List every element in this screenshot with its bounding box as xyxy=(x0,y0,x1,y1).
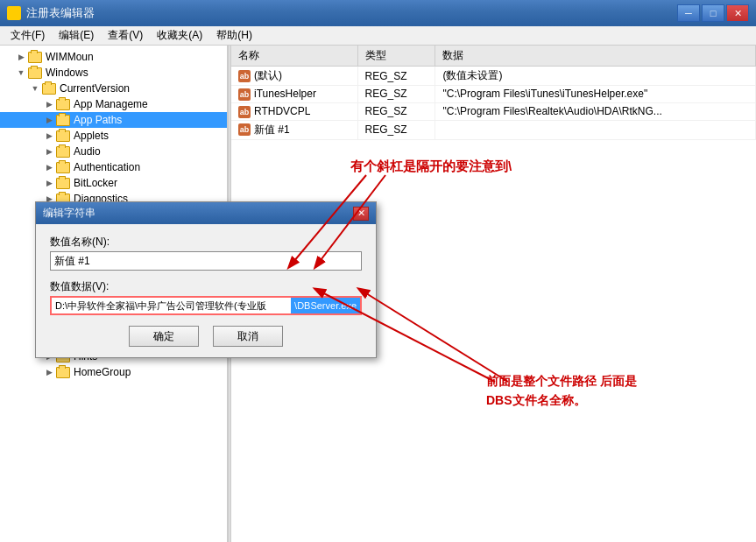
dialog-buttons: 确定 取消 xyxy=(50,326,362,347)
reg-name-cell: ab新值 #1 xyxy=(231,120,357,139)
folder-icon xyxy=(56,146,70,158)
menu-edit[interactable]: 编辑(E) xyxy=(52,26,101,45)
expand-icon-wimm[interactable]: ▶ xyxy=(14,50,28,64)
dialog-cancel-button[interactable]: 取消 xyxy=(213,326,283,347)
reg-type-cell: REG_SZ xyxy=(357,102,435,120)
menu-bar: 文件(F) 编辑(E) 查看(V) 收藏夹(A) 帮助(H) xyxy=(0,26,756,46)
reg-type-icon: ab xyxy=(238,70,251,82)
folder-icon xyxy=(28,52,42,63)
menu-file[interactable]: 文件(F) xyxy=(4,26,52,45)
col-header-name: 名称 xyxy=(231,46,357,67)
reg-data-cell: "C:\Program Files\Realtek\Audio\HDA\RtkN… xyxy=(435,102,756,120)
reg-name-text: (默认) xyxy=(254,69,282,81)
tree-label: Audio xyxy=(74,145,101,158)
title-text: 注册表编辑器 xyxy=(26,5,95,21)
tree-item-bitlocker[interactable]: ▶ BitLocker xyxy=(0,175,227,191)
tree-label: HomeGroup xyxy=(74,366,131,378)
folder-icon xyxy=(56,115,70,126)
menu-view[interactable]: 查看(V) xyxy=(101,26,150,45)
table-row[interactable]: abiTunesHelperREG_SZ"C:\Program Files\iT… xyxy=(231,86,756,103)
dialog-name-input[interactable] xyxy=(50,251,362,271)
expand-icon-bl[interactable]: ▶ xyxy=(42,176,56,190)
reg-name-text: iTunesHelper xyxy=(254,88,316,100)
app-icon xyxy=(7,6,21,20)
tree-item-appmanage[interactable]: ▶ App Manageme xyxy=(0,96,227,112)
tree-item-currentversion[interactable]: ▼ CurrentVersion xyxy=(0,81,227,96)
tree-item-auth[interactable]: ▶ Authentication xyxy=(0,159,227,175)
reg-name-text: 新值 #1 xyxy=(254,123,290,136)
tree-item-applets[interactable]: ▶ Applets xyxy=(0,128,227,144)
tree-item-wimm[interactable]: ▶ WIMMoun xyxy=(0,49,227,65)
reg-type-icon: ab xyxy=(238,123,251,136)
expand-icon-ap[interactable]: ▶ xyxy=(42,113,56,127)
dialog-close-button[interactable]: ✕ xyxy=(353,207,369,221)
close-button[interactable]: ✕ xyxy=(726,4,749,22)
tree-item-apppaths[interactable]: ▶ App Paths xyxy=(0,112,227,128)
menu-favorites[interactable]: 收藏夹(A) xyxy=(150,26,209,45)
col-header-type: 类型 xyxy=(357,46,435,67)
expand-icon-cv[interactable]: ▼ xyxy=(28,81,42,95)
folder-icon xyxy=(56,162,70,173)
reg-data-cell xyxy=(435,120,756,139)
title-bar: 注册表编辑器 ─ □ ✕ xyxy=(0,0,756,26)
tree-label: Applets xyxy=(74,130,109,142)
expand-icon-audio[interactable]: ▶ xyxy=(42,144,56,158)
folder-icon xyxy=(56,178,70,189)
title-controls: ─ □ ✕ xyxy=(677,4,749,22)
reg-type-cell: REG_SZ xyxy=(357,86,435,103)
dialog-name-label: 数值名称(N): xyxy=(50,235,362,250)
dialog-data-highlight: \DBServer.exe xyxy=(291,296,362,315)
col-header-data: 数据 xyxy=(435,46,756,67)
reg-name-cell: abRTHDVCPL xyxy=(231,102,357,120)
table-row[interactable]: ab(默认)REG_SZ(数值未设置) xyxy=(231,67,756,86)
tree-label: BitLocker xyxy=(74,177,117,189)
maximize-button[interactable]: □ xyxy=(702,4,724,22)
reg-type-cell: REG_SZ xyxy=(357,67,435,86)
menu-help[interactable]: 帮助(H) xyxy=(209,26,259,45)
reg-type-icon: ab xyxy=(238,88,251,101)
folder-icon xyxy=(56,130,70,142)
tree-label: WIMMoun xyxy=(46,51,94,63)
tree-item-audio[interactable]: ▶ Audio xyxy=(0,144,227,159)
expand-icon-auth[interactable]: ▶ xyxy=(42,160,56,174)
tree-label: Windows xyxy=(46,67,88,79)
dialog-value-row: D:\中异软件全家福\中异广告公司管理软件(专业版 \DBServer.exe xyxy=(50,296,362,315)
edit-string-dialog[interactable]: 编辑字符串 ✕ 数值名称(N): 数值数据(V): D:\中异软件全家福\中异广… xyxy=(35,201,377,358)
reg-name-cell: abiTunesHelper xyxy=(231,86,357,103)
tree-label: App Manageme xyxy=(74,98,148,110)
tree-label: App Paths xyxy=(74,114,122,126)
dialog-content: 数值名称(N): 数值数据(V): D:\中异软件全家福\中异广告公司管理软件(… xyxy=(36,224,376,357)
expand-icon-applets[interactable]: ▶ xyxy=(42,129,56,143)
dialog-ok-button[interactable]: 确定 xyxy=(129,326,199,347)
reg-type-icon: ab xyxy=(238,106,251,118)
folder-icon xyxy=(56,367,70,378)
folder-icon xyxy=(42,83,56,95)
table-row[interactable]: ab新值 #1REG_SZ xyxy=(231,120,756,139)
reg-name-cell: ab(默认) xyxy=(231,67,357,86)
folder-icon xyxy=(56,99,70,110)
dialog-data-label: 数值数据(V): xyxy=(50,279,362,294)
reg-type-cell: REG_SZ xyxy=(357,120,435,139)
minimize-button[interactable]: ─ xyxy=(677,4,700,22)
tree-item-homegroup[interactable]: ▶ HomeGroup xyxy=(0,364,227,380)
folder-icon xyxy=(28,67,42,79)
table-row[interactable]: abRTHDVCPLREG_SZ"C:\Program Files\Realte… xyxy=(231,102,756,120)
reg-data-cell: (数值未设置) xyxy=(435,67,756,86)
dialog-title: 编辑字符串 xyxy=(43,206,95,221)
reg-name-text: RTHDVCPL xyxy=(254,105,310,117)
expand-icon-windows[interactable]: ▼ xyxy=(14,66,28,80)
expand-icon-am[interactable]: ▶ xyxy=(42,97,56,111)
dialog-data-input-left[interactable]: D:\中异软件全家福\中异广告公司管理软件(专业版 xyxy=(50,296,291,315)
reg-data-cell: "C:\Program Files\iTunes\iTunesHelper.ex… xyxy=(435,86,756,103)
registry-table: 名称 类型 数据 ab(默认)REG_SZ(数值未设置)abiTunesHelp… xyxy=(231,46,756,140)
expand-icon-hg[interactable]: ▶ xyxy=(42,365,56,379)
tree-item-windows[interactable]: ▼ Windows xyxy=(0,65,227,81)
dialog-title-bar: 编辑字符串 ✕ xyxy=(36,202,376,224)
tree-label: CurrentVersion xyxy=(60,82,130,95)
tree-label: Authentication xyxy=(74,161,140,173)
